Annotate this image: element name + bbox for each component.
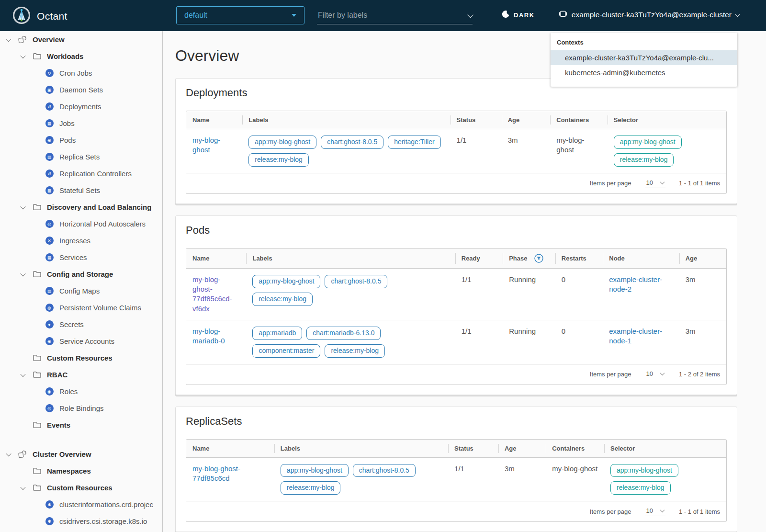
sidebar-item-roles[interactable]: ◉Roles: [0, 383, 162, 400]
chevron-down-icon[interactable]: [19, 373, 27, 377]
cell-value: my-blog-ghost: [556, 136, 584, 154]
resource-link[interactable]: example-cluster-node-2: [609, 275, 662, 293]
sidebar-item-label: Horizontal Pod Autoscalers: [59, 220, 146, 228]
sidebar-item-jobs[interactable]: ▦Jobs: [0, 115, 162, 132]
chevron-down-icon[interactable]: [19, 55, 27, 58]
sidebar-item-overview[interactable]: Overview: [0, 31, 162, 48]
sidebar-item-custom-resources[interactable]: Custom Resources: [0, 350, 162, 366]
resource-link[interactable]: my-blog-ghost: [192, 136, 220, 154]
sidebar-item-service-accounts[interactable]: ◉Service Accounts: [0, 333, 162, 350]
resource-link[interactable]: my-blog-mariadb-0: [192, 327, 225, 345]
sidebar-item-workloads[interactable]: Workloads: [0, 48, 162, 65]
chevron-down-icon: [660, 371, 665, 375]
page-size-select[interactable]: 10: [645, 179, 665, 188]
sidebar-item-services[interactable]: ▦Services: [0, 249, 162, 266]
sidebar-item-role-bindings[interactable]: ◎Role Bindings: [0, 400, 162, 417]
column-header-labels: Labels: [246, 249, 455, 269]
sidebar-item-secrets[interactable]: ●Secrets: [0, 316, 162, 333]
pagination-footer: Items per page101 - 1 of 1 items: [186, 501, 726, 521]
column-header-label: Selector: [610, 445, 635, 452]
sidebar-item-events[interactable]: Events: [0, 417, 162, 433]
sidebar-item-label: Roles: [59, 387, 78, 396]
resource-link[interactable]: my-blog-ghost-77df85c6cd: [192, 464, 240, 482]
sidebar-item-replica-sets[interactable]: ▤Replica Sets: [0, 148, 162, 165]
sidebar-item-config-maps[interactable]: ▤Config Maps: [0, 283, 162, 299]
replication-controllers-icon: ↺: [45, 170, 54, 178]
chevron-down-icon[interactable]: [5, 38, 12, 42]
sidebar-item-deployments[interactable]: ↺Deployments: [0, 98, 162, 115]
folder-icon: [33, 467, 41, 475]
namespace-select[interactable]: default: [176, 6, 304, 24]
column-header-label: Age: [508, 116, 520, 124]
cell-status: 1/1: [451, 129, 502, 173]
replicasets-datagrid: NameLabelsStatusAgeContainersSelectormy-…: [186, 439, 727, 522]
labels-list: app:mariadbchart:mariadb-6.13.0component…: [252, 327, 449, 358]
sidebar-item-persistent-volume-claims[interactable]: ◍Persistent Volume Claims: [0, 299, 162, 316]
sidebar-item-cluster-overview[interactable]: Cluster Overview: [0, 446, 162, 463]
card-replicasets: ReplicaSetsNameLabelsStatusAgeContainers…: [175, 407, 737, 532]
context-menu-item-example-cluster-ka3tutzyo4a-example-clu[interactable]: example-cluster-ka3TuTzYo4a@example-clu.…: [551, 50, 737, 65]
sidebar-item-label: Custom Resources: [47, 484, 113, 492]
page-size-select[interactable]: 10: [645, 507, 665, 516]
sidebar-item-cron-jobs[interactable]: ↻Cron Jobs: [0, 65, 162, 81]
label-badge: component:master: [252, 344, 320, 358]
cell-restarts: 0: [555, 320, 603, 363]
sidebar-item-replication-controllers[interactable]: ↺Replication Controllers: [0, 165, 162, 182]
sidebar-item-horizontal-pod-autoscalers[interactable]: ◎Horizontal Pod Autoscalers: [0, 215, 162, 232]
filter-icon[interactable]: [528, 255, 543, 262]
dark-theme-label: DARK: [514, 11, 535, 19]
contexts-menu-title: Contexts: [551, 39, 737, 50]
labels-list: app:my-blog-ghostchart:ghost-8.0.5releas…: [252, 275, 449, 306]
card-title: Pods: [186, 224, 727, 237]
sidebar-item-csidrivers-csi-storage-k8s-io[interactable]: ✱csidrivers.csi.storage.k8s.io: [0, 513, 162, 530]
resource-link[interactable]: example-cluster-node-1: [609, 327, 662, 345]
pods-datagrid: NameLabelsReadyPhaseRestartsNodeAgemy-bl…: [186, 248, 727, 385]
hpa-icon: ◎: [45, 220, 54, 228]
dark-theme-toggle[interactable]: DARK: [502, 10, 535, 20]
sidebar-item-daemon-sets[interactable]: ▣Daemon Sets: [0, 81, 162, 98]
sidebar-item-label: Events: [47, 421, 70, 429]
deployments-datagrid: NameLabelsStatusAgeContainersSelectormy-…: [186, 111, 727, 194]
sidebar-item-custom-resources[interactable]: Custom Resources: [0, 479, 162, 496]
sidebar-item-clusterinformations-crd-projec[interactable]: ✱clusterinformations.crd.projec: [0, 496, 162, 513]
jobs-icon: ▦: [45, 119, 54, 128]
chevron-down-icon[interactable]: [19, 272, 27, 276]
sidebar-item-namespaces[interactable]: Namespaces: [0, 463, 162, 479]
label-badge: release:my-blog: [248, 153, 309, 167]
stateful-sets-icon: ▩: [45, 186, 54, 195]
column-header-label: Containers: [556, 116, 589, 124]
chevron-down-icon[interactable]: [19, 486, 27, 490]
folder-icon: [33, 484, 41, 492]
chevron-down-icon[interactable]: [5, 453, 12, 456]
sidebar-item-label: Overview: [33, 35, 65, 44]
filter-by-labels-box: [317, 7, 473, 24]
column-header-node: Node: [603, 249, 679, 269]
chevron-down-icon[interactable]: [19, 205, 27, 209]
column-header-phase: Phase: [503, 249, 555, 269]
sidebar-item-rbac[interactable]: RBAC: [0, 366, 162, 383]
context-switcher[interactable]: example-cluster-ka3TuTzYo4a@example-clus…: [559, 10, 739, 20]
contexts-menu-items: example-cluster-ka3TuTzYo4a@example-clu.…: [551, 50, 737, 80]
folder-icon: [33, 354, 41, 362]
resource-link[interactable]: my-blog-ghost-77df85c6cd-vf6dx: [192, 275, 232, 313]
chevron-down-icon[interactable]: [467, 11, 473, 18]
context-menu-item-kubernetes-admin-kubernetes[interactable]: kubernetes-admin@kubernetes: [551, 65, 737, 80]
context-icon: [559, 10, 567, 20]
chevron-down-icon[interactable]: [735, 12, 740, 17]
page-size-select[interactable]: 10: [645, 370, 665, 379]
role-bindings-icon: ◎: [45, 404, 54, 413]
filter-by-labels-input[interactable]: [317, 11, 468, 20]
cell-containers: my-blog-ghost: [550, 129, 608, 173]
label-badge: app:mariadb: [252, 327, 302, 340]
caret-down-icon: [292, 14, 296, 17]
sidebar-item-discovery-and-load-balancing[interactable]: Discovery and Load Balancing: [0, 199, 162, 215]
cell-value: 0: [562, 275, 565, 283]
sidebar-item-label: Secrets: [59, 320, 84, 328]
sidebar-item-stateful-sets[interactable]: ▩Stateful Sets: [0, 182, 162, 199]
sidebar-item-ingresses[interactable]: ✕Ingresses: [0, 232, 162, 249]
column-header-age: Age: [679, 249, 726, 269]
selectors-list: app:my-blog-ghostrelease:my-blog: [614, 136, 720, 167]
page-size-value: 10: [646, 179, 653, 186]
sidebar-item-pods[interactable]: ◉Pods: [0, 132, 162, 148]
sidebar-item-config-and-storage[interactable]: Config and Storage: [0, 266, 162, 283]
